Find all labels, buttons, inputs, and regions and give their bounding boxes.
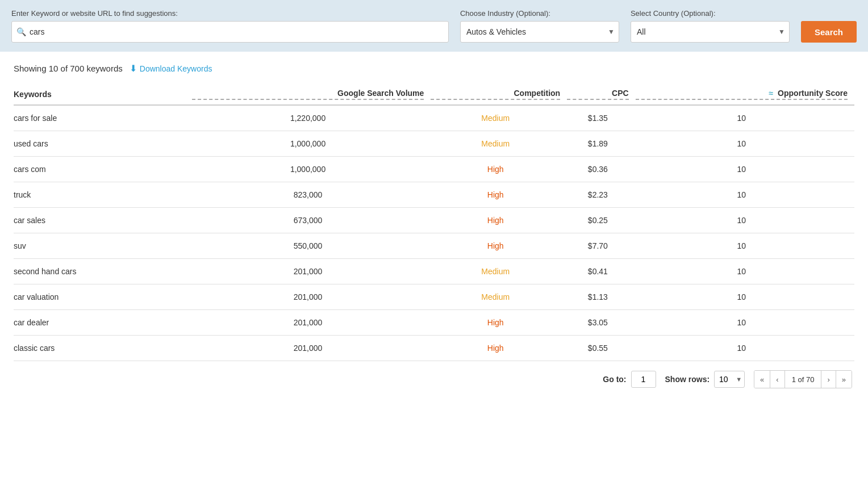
keyword-input-wrapper: 🔍 — [11, 21, 449, 43]
cell-volume: 1,000,000 — [192, 157, 431, 182]
country-group: Select Country (Optional): All United St… — [631, 9, 790, 43]
cell-competition: High — [431, 157, 567, 182]
cell-cpc: $7.70 — [567, 233, 635, 259]
goto-group: Go to: — [603, 371, 656, 388]
cell-keyword: classic cars — [14, 336, 192, 361]
showrows-select-wrap: 10 25 50 100 ▼ — [714, 371, 745, 388]
search-button[interactable]: Search — [801, 21, 857, 43]
cell-volume: 201,000 — [192, 284, 431, 310]
cell-cpc: $0.25 — [567, 208, 635, 233]
last-page-button[interactable]: » — [836, 371, 852, 388]
page-nav: « ‹ 1 of 70 › » — [754, 370, 852, 388]
cell-volume: 201,000 — [192, 310, 431, 336]
cell-cpc: $2.23 — [567, 182, 635, 208]
cell-cpc: $0.55 — [567, 336, 635, 361]
industry-select-wrap: Autos & Vehicles All Industries Business… — [460, 21, 619, 43]
showrows-group: Show rows: 10 25 50 100 ▼ — [665, 371, 745, 388]
cell-volume: 673,000 — [192, 208, 431, 233]
goto-input[interactable] — [631, 371, 656, 388]
col-competition: Competition — [431, 83, 567, 105]
cell-keyword: car valuation — [14, 284, 192, 310]
keywords-table: Keywords Google Search Volume Competitio… — [14, 83, 854, 361]
table-row: classic cars 201,000 High $0.55 10 — [14, 336, 854, 361]
cell-volume: 1,220,000 — [192, 105, 431, 131]
cell-keyword: suv — [14, 233, 192, 259]
cell-cpc: $1.89 — [567, 131, 635, 157]
cell-opportunity: 10 — [636, 259, 854, 284]
cell-cpc: $3.05 — [567, 310, 635, 336]
first-page-button[interactable]: « — [754, 371, 770, 388]
col-volume: Google Search Volume — [192, 83, 431, 105]
showrows-label: Show rows: — [665, 375, 710, 384]
cell-competition: High — [431, 182, 567, 208]
page-info: 1 of 70 — [785, 371, 822, 388]
cell-opportunity: 10 — [636, 336, 854, 361]
country-select-wrap: All United States United Kingdom Canada … — [631, 21, 790, 43]
cell-cpc: $1.13 — [567, 284, 635, 310]
cell-opportunity: 10 — [636, 131, 854, 157]
cell-opportunity: 10 — [636, 208, 854, 233]
cell-keyword: car sales — [14, 208, 192, 233]
cell-volume: 1,000,000 — [192, 131, 431, 157]
cell-opportunity: 10 — [636, 284, 854, 310]
summary-text: Showing 10 of 700 keywords — [14, 64, 123, 73]
table-row: truck 823,000 High $2.23 10 — [14, 182, 854, 208]
next-page-button[interactable]: › — [821, 371, 836, 388]
cell-cpc: $0.36 — [567, 157, 635, 182]
cell-keyword: second hand cars — [14, 259, 192, 284]
cell-competition: Medium — [431, 284, 567, 310]
cell-volume: 550,000 — [192, 233, 431, 259]
cell-keyword: car dealer — [14, 310, 192, 336]
cell-volume: 201,000 — [192, 259, 431, 284]
opportunity-waves-icon: ≈ — [769, 89, 774, 98]
table-row: used cars 1,000,000 Medium $1.89 10 — [14, 131, 854, 157]
col-opportunity: ≈ Opportunity Score — [636, 83, 854, 105]
table-row: car valuation 201,000 Medium $1.13 10 — [14, 284, 854, 310]
cell-opportunity: 10 — [636, 182, 854, 208]
industry-label: Choose Industry (Optional): — [460, 9, 619, 18]
cell-competition: High — [431, 336, 567, 361]
download-icon: ⬇ — [130, 63, 137, 74]
goto-label: Go to: — [603, 375, 626, 384]
cell-competition: Medium — [431, 259, 567, 284]
download-label: Download Keywords — [140, 64, 212, 73]
cell-keyword: truck — [14, 182, 192, 208]
cell-opportunity: 10 — [636, 233, 854, 259]
industry-select[interactable]: Autos & Vehicles All Industries Business… — [460, 21, 619, 43]
cell-cpc: $0.41 — [567, 259, 635, 284]
download-keywords-link[interactable]: ⬇ Download Keywords — [130, 63, 212, 74]
table-row: cars com 1,000,000 High $0.36 10 — [14, 157, 854, 182]
cell-competition: Medium — [431, 131, 567, 157]
cell-competition: High — [431, 310, 567, 336]
pagination-row: Go to: Show rows: 10 25 50 100 ▼ « ‹ 1 o… — [14, 370, 854, 388]
col-keywords: Keywords — [14, 83, 192, 105]
cell-volume: 201,000 — [192, 336, 431, 361]
country-select[interactable]: All United States United Kingdom Canada … — [631, 21, 790, 43]
cell-keyword: used cars — [14, 131, 192, 157]
industry-group: Choose Industry (Optional): Autos & Vehi… — [460, 9, 619, 43]
table-row: suv 550,000 High $7.70 10 — [14, 233, 854, 259]
prev-page-button[interactable]: ‹ — [770, 371, 784, 388]
cell-opportunity: 10 — [636, 157, 854, 182]
table-row: cars for sale 1,220,000 Medium $1.35 10 — [14, 105, 854, 131]
keyword-input[interactable] — [30, 27, 444, 36]
search-icon: 🔍 — [16, 27, 26, 36]
table-header-row: Keywords Google Search Volume Competitio… — [14, 83, 854, 105]
cell-opportunity: 10 — [636, 105, 854, 131]
cell-keyword: cars com — [14, 157, 192, 182]
cell-opportunity: 10 — [636, 310, 854, 336]
summary-bar: Showing 10 of 700 keywords ⬇ Download Ke… — [14, 63, 854, 74]
cell-cpc: $1.35 — [567, 105, 635, 131]
cell-keyword: cars for sale — [14, 105, 192, 131]
table-row: car sales 673,000 High $0.25 10 — [14, 208, 854, 233]
cell-competition: High — [431, 233, 567, 259]
table-row: second hand cars 201,000 Medium $0.41 10 — [14, 259, 854, 284]
table-row: car dealer 201,000 High $3.05 10 — [14, 310, 854, 336]
cell-competition: High — [431, 208, 567, 233]
country-label: Select Country (Optional): — [631, 9, 790, 18]
search-bar: Enter Keyword or website URL to find sug… — [0, 0, 868, 52]
cell-competition: Medium — [431, 105, 567, 131]
content-area: Showing 10 of 700 keywords ⬇ Download Ke… — [0, 52, 868, 400]
keyword-label: Enter Keyword or website URL to find sug… — [11, 9, 449, 18]
showrows-select[interactable]: 10 25 50 100 — [714, 371, 745, 388]
